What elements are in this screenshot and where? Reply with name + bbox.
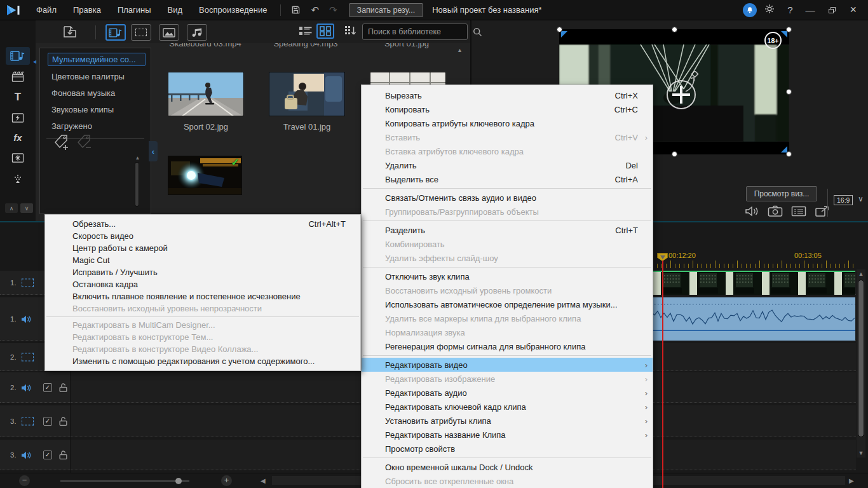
library-item-thumbnail[interactable] [168,72,244,116]
scroll-thumb[interactable] [858,280,864,437]
save-icon[interactable] [286,5,306,15]
menu-item[interactable]: Исправить / Улучшить [45,266,360,278]
resize-handle-tr[interactable] [786,27,792,32]
zoom-slider[interactable] [60,480,189,482]
scroll-down-icon[interactable]: ▼ [857,449,865,458]
add-tag-icon[interactable] [54,133,71,154]
menu-item[interactable]: Установить атрибуты клипа› [362,414,653,428]
details-view-icon[interactable] [791,205,806,220]
track-enable-checkbox[interactable]: ✓ [43,451,52,459]
rooms-scroll-up-button[interactable]: ∧ [5,203,18,213]
track-enable-checkbox[interactable]: ✓ [43,383,52,392]
search-input[interactable] [363,27,473,36]
menu-item[interactable]: Скорость видео [45,230,360,242]
filter-tab-photo[interactable] [159,24,179,41]
collapse-panel-button[interactable]: ‹ [149,141,158,161]
menu-item[interactable]: Регенерация формы сигнала для выбранного… [362,339,653,353]
menu-item[interactable]: Magic Cut [45,254,360,266]
track-lock-icon[interactable] [58,383,68,393]
scroll-left-icon[interactable]: ◀ [261,477,266,484]
title-room-icon[interactable]: T [6,88,30,106]
library-item-thumbnail[interactable] [269,72,345,116]
resize-handle-right[interactable] [786,89,792,95]
library-scroll-up-icon[interactable]: ▲ [457,47,463,53]
resize-handle-top[interactable] [672,27,677,32]
list-view-icon[interactable] [299,26,313,36]
zoom-in-button[interactable]: + [221,475,232,486]
menu-item[interactable]: Использовать автоматическое определение … [362,297,653,311]
search-icon[interactable] [473,27,487,37]
category-item[interactable]: Звуковые клипы [48,104,146,116]
menu-plugins[interactable]: Плагины [109,0,159,20]
zoom-slider-thumb[interactable] [175,478,182,484]
menu-file[interactable]: Файл [28,0,65,20]
menu-item[interactable]: Отключить звук клипа [362,269,653,283]
close-icon[interactable]: × [844,3,862,17]
library-item-thumbnail-selected[interactable]: ✓ [168,156,242,195]
menu-item[interactable]: Редактировать ключевой кадр клипа› [362,400,653,414]
menu-edit[interactable]: Правка [65,0,109,20]
rooms-scroll-down-button[interactable]: ∨ [20,203,33,213]
zoom-out-button[interactable]: − [19,475,30,486]
mute-speaker-icon[interactable] [745,205,760,220]
undo-icon[interactable]: ↶ [306,4,324,16]
timeline-vertical-scrollbar[interactable]: ▲ ▼ [857,269,865,458]
help-icon[interactable]: ? [782,4,797,15]
menu-item[interactable]: Центр работы с камерой [45,242,360,254]
settings-gear-icon[interactable] [759,4,780,16]
scroll-thumb[interactable] [135,162,139,207]
effect-room-icon[interactable]: fx [6,128,30,146]
category-scrollbar[interactable]: ▲ [135,155,140,211]
menu-item[interactable]: Редактировать название Клипа› [362,428,653,442]
snapshot-camera-icon[interactable] [768,205,783,220]
menu-item[interactable]: Включить плавное появление и постепенное… [45,290,360,302]
menu-item[interactable]: Выделить всеCtrl+A [362,172,653,186]
category-item[interactable]: Фоновая музыка [48,87,146,99]
menu-item[interactable]: Остановка кадра [45,278,360,290]
menu-item[interactable]: Изменить с помощью редактирования с учет… [45,355,360,367]
project-room-icon[interactable] [6,67,30,85]
category-item[interactable]: Загружено [48,120,146,132]
paint-room-icon[interactable] [6,170,30,188]
menu-item[interactable]: Копировать атрибуты ключевого кадра [362,116,653,130]
particle-room-icon[interactable] [6,149,30,166]
track-lock-icon[interactable] [58,416,68,426]
filter-tab-audio[interactable] [187,24,207,41]
rotate-handle-icon[interactable] [684,71,700,95]
menu-item[interactable]: ВырезатьCtrl+X [362,88,653,102]
category-item[interactable]: Цветовые палитры [48,71,146,83]
scroll-right-icon[interactable]: ▶ [849,477,854,484]
sort-icon[interactable] [344,25,357,37]
track-lock-icon[interactable] [58,450,68,460]
filter-tab-video[interactable] [131,24,151,41]
menu-item[interactable]: КопироватьCtrl+C [362,102,653,116]
minimize-icon[interactable]: — [800,4,820,15]
filter-tab-media[interactable] [105,24,126,41]
menu-item[interactable]: УдалитьDel [362,158,653,172]
scroll-up-icon[interactable]: ▲ [135,155,140,161]
menu-item[interactable]: Редактировать видео› [362,358,653,372]
menu-item[interactable]: Просмотр свойств [362,442,653,456]
import-media-icon[interactable] [62,24,78,39]
menu-item[interactable]: Окно временной шкалы Dock / Undock [362,460,653,474]
aspect-ratio-selector[interactable]: 16:9 [834,195,853,205]
produce-button[interactable]: Записать резу... [349,3,424,17]
transition-room-icon[interactable] [6,109,30,126]
scroll-up-icon[interactable]: ▲ [857,269,865,278]
menu-view[interactable]: Вид [159,0,191,20]
resize-handle-br[interactable] [786,151,792,157]
resize-handle-bottom[interactable] [672,151,677,157]
menu-item[interactable]: Редактировать аудио› [362,386,653,400]
grid-view-icon[interactable] [316,24,334,39]
category-item[interactable]: Мультимедийное со... [48,53,146,66]
notification-bell-icon[interactable] [743,3,757,17]
menu-item[interactable]: РазделитьCtrl+T [362,223,653,237]
menu-item[interactable]: Связать/Отменить связь аудио и видео [362,191,653,205]
track-enable-checkbox[interactable]: ✓ [43,417,52,426]
menu-item[interactable]: Обрезать...Ctrl+Alt+T [45,218,360,230]
chevron-down-icon[interactable]: ∨ [858,194,864,203]
menu-playback[interactable]: Воспроизведение [191,0,275,20]
preview-viewer-button[interactable]: Просмотр виз... [746,186,817,201]
resize-handle-tl[interactable] [557,27,562,32]
restore-window-icon[interactable] [829,7,836,13]
